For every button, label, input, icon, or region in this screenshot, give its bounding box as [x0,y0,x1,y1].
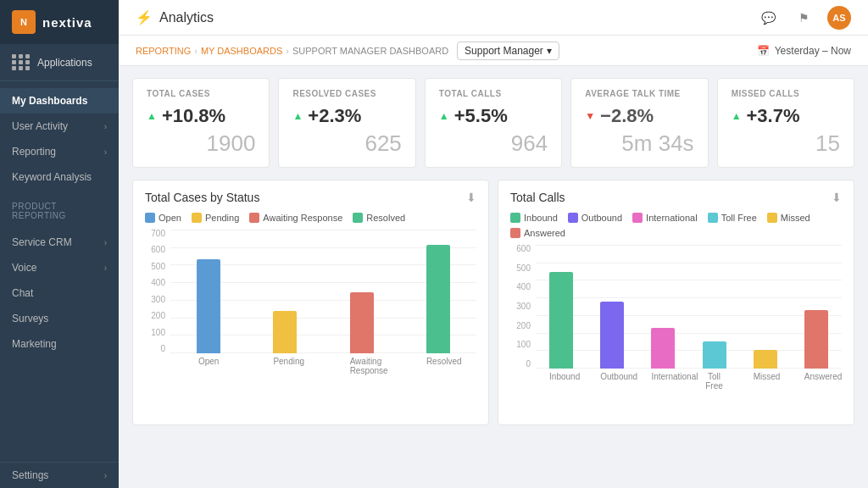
kpi-card-total-calls: TOTAL CALLS ▲ +5.5% 964 [425,78,562,168]
kpi-card-missed-calls: MISSED CALLS ▲ +3.7% 15 [717,78,854,168]
download-icon-left[interactable]: ⬇ [466,191,476,204]
legend-color [708,213,718,223]
dashboard-content: TOTAL CASES ▲ +10.8% 1900 RESOLVED CASES… [119,66,868,488]
y-axis-label: 0 [145,345,169,353]
kpi-label: RESOLVED CASES [292,89,401,98]
kpi-value: 625 [292,130,401,157]
breadcrumb-my-dashboards[interactable]: MY DASHBOARDS [201,46,282,56]
chevron-icon: › [104,122,107,131]
chart-left-title: Total Cases by Status [145,191,259,204]
bar-column [600,302,624,369]
sidebar-bottom: Settings › [0,462,119,488]
bar-column [804,310,828,369]
chat-icon[interactable]: 💬 [756,6,780,30]
chevron-icon: › [104,263,107,273]
legend-color [510,228,520,238]
sidebar-item-settings[interactable]: Settings › [0,463,119,488]
kpi-percent: +3.7% [747,105,800,127]
x-axis-label: Missed [754,372,777,391]
kpi-change: ▲ +2.3% [292,105,401,127]
legend-color [632,213,643,223]
x-axis-label: Awaiting Response [350,357,374,375]
legend-color [353,213,363,223]
sidebar-item-chat[interactable]: Chat [0,280,119,306]
download-icon-right[interactable]: ⬇ [832,191,842,204]
bar-element [350,292,374,353]
bar-chart-left: 7006005004003002001000OpenPendingAwaitin… [145,230,476,399]
kpi-row: TOTAL CASES ▲ +10.8% 1900 RESOLVED CASES… [132,78,854,168]
y-axis-label: 600 [510,245,534,253]
y-axis-label: 100 [510,341,534,349]
breadcrumb-reporting[interactable]: REPORTING [136,46,191,56]
legend-color [510,213,520,223]
kpi-card-total-cases: TOTAL CASES ▲ +10.8% 1900 [132,78,270,168]
logo-icon: N [12,10,36,34]
kpi-percent: +2.3% [308,105,361,127]
bar-chart-right: 6005004003002001000InboundOutboundIntern… [510,245,842,414]
y-axis-label: 500 [510,264,534,273]
sidebar-product-section: Service CRM › Voice › Chat Surveys Marke… [0,223,119,363]
main-content: ⚡ Analytics 💬 ⚑ AS REPORTING › MY DASHBO… [119,0,868,488]
logo-text: nextiva [42,15,92,30]
x-axis-label: Inbound [549,372,573,391]
kpi-arrow-icon: ▲ [292,110,303,122]
kpi-label: AVERAGE TALK TIME [585,89,693,98]
kpi-arrow-icon: ▲ [147,110,157,122]
y-axis-label: 600 [145,246,169,254]
kpi-arrow-icon: ▲ [732,110,742,122]
kpi-change: ▲ +5.5% [439,105,548,127]
kpi-value: 1900 [147,130,255,157]
breadcrumb-bar: REPORTING › MY DASHBOARDS › SUPPORT MANA… [119,36,868,66]
sidebar-item-service-crm[interactable]: Service CRM › [0,230,119,255]
legend-color [568,213,578,223]
bar-column [273,311,297,353]
logo-area: N nextiva [0,0,119,44]
bar-column [651,328,675,369]
top-nav-left: ⚡ Analytics [136,9,214,25]
legend-item: Pending [192,213,239,223]
chart-left-legend: OpenPendingAwaiting ResponseResolved [145,213,476,223]
sidebar-item-keyword-analysis[interactable]: Keyword Analysis [0,164,119,190]
chevron-icon: › [104,147,107,157]
apps-grid-icon [12,54,31,70]
dashboard-selector[interactable]: Support Manager ▾ [457,42,559,60]
legend-item: Toll Free [708,213,757,223]
y-axis-label: 200 [510,322,534,330]
bar-element [600,302,624,369]
kpi-percent: −2.8% [600,105,654,127]
breadcrumb: REPORTING › MY DASHBOARDS › SUPPORT MANA… [136,46,448,56]
sidebar: N nextiva Applications My Dashboards Use… [0,0,119,488]
sidebar-item-reporting[interactable]: Reporting › [0,139,119,164]
sidebar-item-surveys[interactable]: Surveys [0,306,119,331]
sidebar-item-user-activity[interactable]: User Activity › [0,114,119,139]
kpi-label: TOTAL CASES [147,89,255,98]
bar-element [273,311,297,353]
calendar-icon: 📅 [757,45,770,57]
breadcrumb-current: SUPPORT MANAGER DASHBOARD [292,46,448,56]
flag-icon[interactable]: ⚑ [792,6,815,30]
sidebar-nav-section: My Dashboards User Activity › Reporting … [0,81,119,197]
chart-total-calls: Total Calls ⬇ InboundOutboundInternation… [498,180,854,425]
bar-column [350,292,374,353]
chevron-icon: › [104,471,107,480]
charts-row: Total Cases by Status ⬇ OpenPendingAwait… [132,180,854,425]
sidebar-item-marketing[interactable]: Marketing [0,331,119,357]
sidebar-item-my-dashboards[interactable]: My Dashboards [0,88,119,114]
bar-column [703,341,726,369]
bar-element [703,341,726,369]
chevron-icon: › [104,238,107,247]
bar-column [197,259,220,353]
kpi-change: ▲ +10.8% [147,105,255,127]
apps-label: Applications [37,57,92,69]
sidebar-apps-button[interactable]: Applications [0,44,119,81]
sidebar-item-voice[interactable]: Voice › [0,255,119,280]
avatar[interactable]: AS [827,6,851,30]
bar-column [754,350,777,369]
x-axis-label: Pending [273,357,297,375]
x-axis-label: Answered [804,372,828,391]
date-range-selector[interactable]: 📅 Yesterday – Now [757,45,851,57]
kpi-percent: +10.8% [162,105,225,127]
legend-color [249,213,259,223]
kpi-value: 964 [439,130,548,157]
kpi-arrow-icon: ▼ [585,110,595,122]
